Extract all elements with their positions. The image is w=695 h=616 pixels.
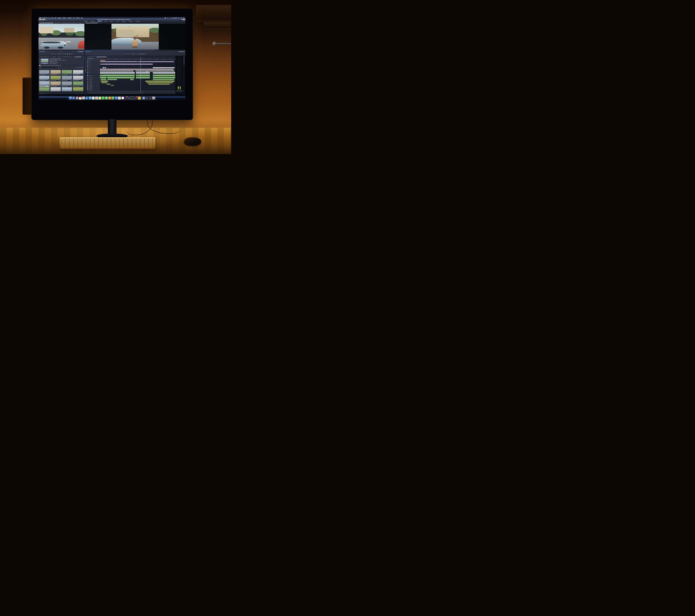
transport-button[interactable]: ◂ [58, 53, 58, 54]
source-tab[interactable]: Audio Track N [83, 22, 84, 23]
timeline-clip[interactable] [136, 72, 150, 74]
timeline-clip[interactable] [123, 69, 125, 70]
timeline-clip[interactable] [153, 67, 175, 68]
track-lock-icon[interactable] [89, 65, 89, 66]
source-patch-V3[interactable]: V3 [87, 69, 88, 70]
track-header-A3[interactable]: A3MS [87, 79, 100, 81]
playhead[interactable] [140, 58, 141, 92]
timeline-clip[interactable] [148, 84, 170, 85]
track-lock-icon[interactable] [89, 72, 89, 73]
dock-icon-numbers[interactable] [112, 97, 114, 100]
track-lane-V5[interactable] [100, 66, 175, 67]
track-visibility-icon[interactable] [90, 61, 91, 62]
workspace-tab-graphics[interactable]: Graphics [121, 21, 126, 22]
timeline-clip[interactable] [148, 69, 149, 70]
track-lock-icon[interactable] [89, 64, 89, 65]
workspace-tab-editing[interactable]: Editing ≡ [98, 21, 102, 22]
source-patch-A10[interactable]: A10 [87, 88, 88, 89]
source-patch-A8[interactable]: A8 [87, 86, 88, 87]
dock-icon-siri[interactable] [72, 97, 75, 100]
source-patch-V1[interactable]: V1 [87, 72, 88, 73]
track-lock-icon[interactable] [89, 89, 89, 90]
track-select-tool[interactable]: ⇥ [85, 59, 86, 60]
timeline-clip[interactable] [147, 82, 173, 83]
dock-icon-keynote[interactable]: ⊓ [115, 97, 118, 100]
list-view-icon[interactable]: ≣ [39, 93, 40, 94]
track-header-A5[interactable]: A5MS [87, 82, 100, 84]
transport-button[interactable]: ⬓ [67, 53, 68, 54]
track-lock-icon[interactable] [89, 61, 89, 62]
workspace-tab-effects[interactable]: Effects [110, 21, 114, 22]
siri-icon[interactable] [181, 17, 182, 18]
track-header-A6[interactable]: A6MS [87, 84, 100, 85]
track-header-V3[interactable]: V3 [87, 69, 100, 70]
track-lock-icon[interactable] [89, 63, 89, 63]
solo-button[interactable]: S [91, 82, 92, 83]
dock-icon-mail[interactable]: ✉ [89, 97, 91, 100]
workspace-tab-audio[interactable]: Audio [116, 21, 119, 22]
type-tool[interactable]: T [85, 71, 86, 72]
source-patch-A6[interactable]: A6 [87, 84, 88, 85]
workspace-tab-tv-editing[interactable]: TV Editing [135, 21, 140, 22]
project-clip[interactable]: B001_C052_0720CK_0...5:15 [73, 81, 83, 87]
project-clip-partial[interactable] [62, 87, 72, 91]
timeline-clip[interactable] [100, 77, 106, 78]
pen-tool[interactable]: ✎ [85, 67, 86, 68]
track-lane-A9[interactable] [100, 87, 175, 88]
track-lane-V1[interactable] [100, 72, 175, 74]
track-lock-icon[interactable] [89, 71, 89, 71]
ripple-edit-tool[interactable]: ⇹ [85, 61, 86, 62]
track-header-V6[interactable]: V6 [87, 65, 100, 66]
bin-path[interactable]: Copy of MONEY NOW (FULL EDIT).prproj\STE… [41, 65, 61, 66]
workspace-tab-learning[interactable]: Learning [83, 21, 88, 22]
transport-button[interactable]: ⇤ [129, 53, 130, 54]
transport-button[interactable]: ⬒ [65, 53, 66, 54]
track-header-A10[interactable]: A10MS [87, 88, 100, 89]
menu-clock[interactable]: Thu 6:25 AM [172, 17, 177, 18]
timeline-clip[interactable] [101, 61, 137, 62]
timeline-clip[interactable] [101, 82, 107, 83]
timeline-clip[interactable] [153, 77, 175, 78]
track-visibility-icon[interactable] [90, 71, 91, 71]
track-visibility-icon[interactable] [90, 69, 91, 70]
transport-button[interactable]: ▶ [133, 53, 134, 54]
dock-icon-quicktime[interactable]: Q [142, 97, 145, 100]
dock-icon-facetime[interactable] [105, 97, 108, 100]
track-header-A9[interactable]: A9MS [87, 87, 100, 88]
track-lane-V2[interactable] [100, 70, 175, 72]
dock-icon-premiere-pro[interactable]: Pr [128, 97, 131, 100]
timeline-clip[interactable] [143, 69, 145, 70]
track-lane-A10[interactable] [100, 88, 175, 89]
project-clip[interactable]: B001_C046_0720TI...1:11:21 [50, 75, 61, 81]
dock-icon-calendar[interactable]: 6 [79, 97, 82, 100]
selection-tool[interactable]: ➤ [85, 57, 86, 58]
track-lock-icon[interactable] [89, 88, 89, 89]
timeline-clip[interactable] [135, 70, 174, 72]
project-clip-partial[interactable] [39, 87, 50, 91]
source-patch-A7[interactable]: A7 [87, 85, 88, 86]
dock-icon-maps[interactable] [98, 97, 101, 100]
track-lock-icon[interactable] [89, 85, 89, 86]
project-clip-partial[interactable] [50, 87, 61, 91]
source-patch-A1[interactable]: A1 [87, 75, 88, 76]
track-lane-V4[interactable] [100, 67, 175, 69]
project-tab[interactable]: Bin: STEADI CAM [74, 56, 81, 57]
track-header-V8[interactable]: V8 [87, 63, 100, 64]
transport-button[interactable]: ⇤ [56, 53, 56, 54]
source-video[interactable] [38, 24, 84, 50]
track-lock-icon[interactable] [89, 81, 89, 82]
solo-button[interactable]: S [91, 88, 92, 89]
track-lock-icon[interactable] [89, 66, 89, 67]
source-tab[interactable]: Metadata [79, 22, 82, 23]
source-patch-V10[interactable]: V10 [87, 60, 88, 61]
project-tab[interactable]: ic Trailers Designed 2 Stereo [39, 56, 50, 57]
track-lock-icon[interactable] [89, 67, 89, 68]
transport-button[interactable]: ⧉ [71, 53, 72, 54]
mute-button[interactable]: M [90, 88, 91, 89]
project-tab[interactable]: Project: Copy of MONEY NOW (FULL EDIT) [57, 56, 73, 57]
close-window-button[interactable] [39, 19, 40, 20]
track-lane-V10[interactable] [100, 60, 175, 61]
project-clip[interactable]: B001_C051_0720ZM...57:02 [62, 81, 72, 87]
solo-button[interactable]: S [91, 77, 92, 78]
program-timecode[interactable]: 00:02:59:17 [85, 51, 91, 52]
